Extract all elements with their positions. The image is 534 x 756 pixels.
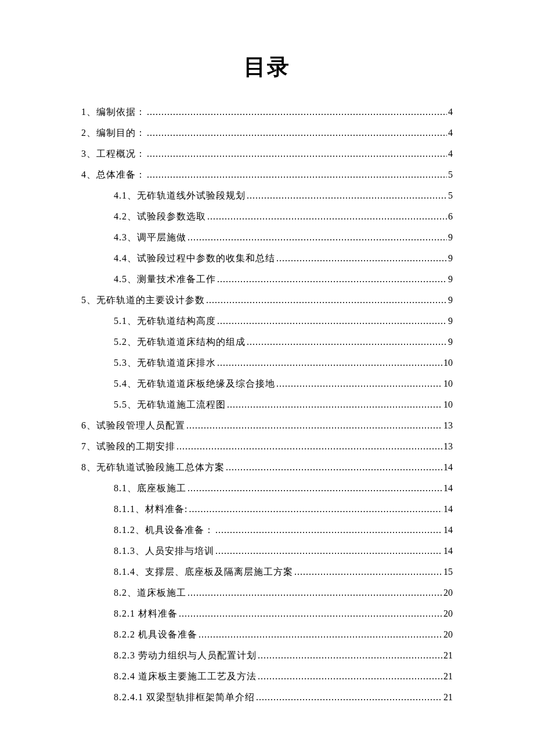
- toc-entry: 1、编制依据：4: [81, 105, 453, 119]
- toc-entry-page: 6: [448, 210, 453, 224]
- toc-dots: [256, 690, 442, 704]
- toc-entry: 2、编制目的：4: [81, 126, 453, 140]
- toc-entry-page: 9: [448, 231, 453, 244]
- toc-dots: [294, 565, 442, 579]
- toc-entry: 8.1、底座板施工14: [81, 481, 453, 495]
- toc-dots: [187, 231, 447, 244]
- toc-entry-label: 4.3、调平层施做: [114, 231, 186, 244]
- toc-entry-page: 5: [448, 168, 453, 182]
- toc-dots: [186, 419, 442, 433]
- toc-entry-label: 8.1.3、人员安排与培训: [114, 544, 214, 558]
- toc-dots: [147, 126, 447, 140]
- toc-entry-label: 4.5、测量技术准备工作: [114, 272, 216, 286]
- toc-dots: [147, 168, 447, 182]
- toc-dots: [206, 293, 447, 307]
- toc-dots: [226, 460, 442, 474]
- toc-entry: 7、试验段的工期安排13: [81, 440, 453, 453]
- toc-entry: 8.2.3 劳动力组织与人员配置计划21: [81, 649, 453, 663]
- toc-entry-page: 5: [448, 189, 453, 203]
- toc-entry: 3、工程概况：4: [81, 147, 453, 161]
- toc-entry-label: 5.3、无砟轨道道床排水: [114, 356, 216, 370]
- toc-dots: [176, 440, 442, 453]
- toc-entry: 8.1.1、材料准备:14: [81, 502, 453, 516]
- toc-entry-label: 8.2.4 道床板主要施工工艺及方法: [114, 669, 257, 683]
- toc-list: 1、编制依据：42、编制目的：43、工程概况：44、总体准备：54.1、无砟轨道…: [81, 105, 453, 704]
- toc-dots: [189, 502, 442, 516]
- toc-entry: 5.2、无砟轨道道床结构的组成9: [81, 335, 453, 349]
- toc-dots: [217, 314, 447, 328]
- toc-entry-page: 9: [448, 335, 453, 349]
- toc-entry: 8.2、道床板施工20: [81, 586, 453, 600]
- toc-dots: [276, 377, 442, 391]
- toc-entry: 8.2.2 机具设备准备20: [81, 628, 453, 642]
- toc-entry: 6、试验段管理人员配置13: [81, 419, 453, 433]
- toc-dots: [276, 251, 447, 265]
- toc-entry-label: 8.2、道床板施工: [114, 586, 186, 600]
- toc-entry: 5.5、无砟轨道施工流程图10: [81, 398, 453, 412]
- toc-entry-label: 8.2.2 机具设备准备: [114, 628, 197, 642]
- toc-entry: 8.1.4、支撑层、底座板及隔离层施工方案15: [81, 565, 453, 579]
- toc-entry-page: 4: [448, 126, 453, 140]
- toc-entry-page: 4: [448, 147, 453, 161]
- toc-entry-label: 8.1.2、机具设备准备：: [114, 523, 214, 537]
- toc-dots: [187, 481, 442, 495]
- toc-entry: 4.2、试验段参数选取6: [81, 210, 453, 224]
- toc-entry: 8、无砟轨道试验段施工总体方案14: [81, 460, 453, 474]
- toc-entry-page: 4: [448, 105, 453, 119]
- toc-entry-label: 8.1.4、支撑层、底座板及隔离层施工方案: [114, 565, 293, 579]
- toc-entry-label: 4、总体准备：: [81, 168, 146, 182]
- toc-entry-label: 5.5、无砟轨道施工流程图: [114, 398, 226, 412]
- toc-dots: [258, 669, 442, 683]
- toc-dots: [247, 335, 447, 349]
- toc-entry-label: 4.2、试验段参数选取: [114, 210, 206, 224]
- toc-entry-page: 14: [443, 481, 453, 495]
- toc-entry-label: 5.4、无砟轨道道床板绝缘及综合接地: [114, 377, 275, 391]
- toc-entry-page: 10: [443, 377, 453, 391]
- toc-entry-page: 20: [443, 586, 453, 600]
- toc-entry-label: 8.2.1 材料准备: [114, 607, 178, 621]
- toc-dots: [247, 189, 447, 203]
- toc-entry: 8.2.1 材料准备20: [81, 607, 453, 621]
- toc-entry-page: 14: [443, 502, 453, 516]
- toc-entry-page: 14: [443, 544, 453, 558]
- toc-entry-label: 3、工程概况：: [81, 147, 146, 161]
- toc-entry-page: 9: [448, 251, 453, 265]
- toc-entry-label: 5.1、无砟轨道结构高度: [114, 314, 216, 328]
- toc-entry: 5.1、无砟轨道结构高度9: [81, 314, 453, 328]
- toc-entry: 8.1.3、人员安排与培训14: [81, 544, 453, 558]
- toc-entry-page: 13: [443, 440, 453, 453]
- toc-entry-page: 20: [443, 628, 453, 642]
- toc-dots: [215, 523, 442, 537]
- toc-entry-page: 10: [443, 356, 453, 370]
- toc-entry-page: 14: [443, 523, 453, 537]
- toc-entry: 4.4、试验段过程中参数的收集和总结9: [81, 251, 453, 265]
- toc-dots: [258, 649, 442, 663]
- toc-entry: 8.2.4.1 双梁型轨排框架简单介绍21: [81, 690, 453, 704]
- toc-dots: [217, 356, 442, 370]
- toc-entry: 4.1、无砟轨道线外试验段规划5: [81, 189, 453, 203]
- toc-entry-label: 1、编制依据：: [81, 105, 146, 119]
- toc-entry-page: 10: [443, 398, 453, 412]
- toc-entry-label: 2、编制目的：: [81, 126, 146, 140]
- toc-entry-label: 8.1、底座板施工: [114, 481, 186, 495]
- toc-dots: [147, 147, 447, 161]
- toc-entry-page: 9: [448, 293, 453, 307]
- toc-dots: [227, 398, 442, 412]
- toc-entry-page: 15: [443, 565, 453, 579]
- toc-entry-label: 6、试验段管理人员配置: [81, 419, 185, 433]
- toc-title: 目录: [81, 52, 453, 82]
- toc-entry-page: 9: [448, 314, 453, 328]
- toc-entry: 4、总体准备：5: [81, 168, 453, 182]
- toc-entry-page: 13: [443, 419, 453, 433]
- toc-dots: [199, 628, 442, 642]
- toc-entry-page: 21: [443, 649, 453, 663]
- toc-entry-label: 7、试验段的工期安排: [81, 440, 175, 453]
- toc-entry-label: 5、无砟轨道的主要设计参数: [81, 293, 205, 307]
- toc-entry-label: 8.2.3 劳动力组织与人员配置计划: [114, 649, 257, 663]
- toc-entry-page: 21: [443, 690, 453, 704]
- toc-entry: 8.1.2、机具设备准备：14: [81, 523, 453, 537]
- toc-entry-label: 8.1.1、材料准备:: [114, 502, 187, 516]
- toc-entry: 5.4、无砟轨道道床板绝缘及综合接地10: [81, 377, 453, 391]
- toc-dots: [207, 210, 447, 224]
- toc-entry: 5.3、无砟轨道道床排水10: [81, 356, 453, 370]
